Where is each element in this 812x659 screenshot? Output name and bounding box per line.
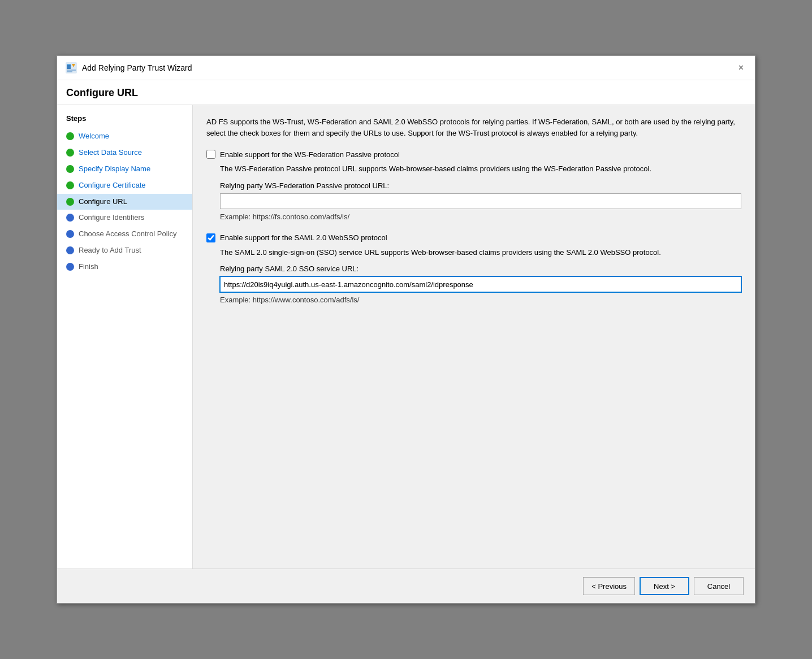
svg-rect-2 bbox=[67, 64, 71, 65]
ws-federation-field-label: Relying party WS-Federation Passive prot… bbox=[220, 181, 741, 190]
saml-section: Enable support for the SAML 2.0 WebSSO p… bbox=[206, 233, 741, 305]
sidebar-item-finish[interactable]: Finish bbox=[57, 259, 192, 275]
sidebar-label-choose-access-control: Choose Access Control Policy bbox=[79, 229, 176, 239]
page-title: Configure URL bbox=[57, 80, 755, 105]
step-dot-finish bbox=[66, 263, 74, 271]
sidebar-label-specify-display-name: Specify Display Name bbox=[79, 164, 150, 174]
sidebar-label-ready-to-add-trust: Ready to Add Trust bbox=[79, 246, 141, 255]
sidebar-title: Steps bbox=[57, 114, 192, 128]
main-content: Steps Welcome Select Data Source Specify… bbox=[57, 105, 755, 569]
ws-federation-checkbox-label[interactable]: Enable support for the WS-Federation Pas… bbox=[220, 150, 400, 159]
ws-federation-example: Example: https://fs.contoso.com/adfs/ls/ bbox=[220, 213, 741, 221]
svg-rect-5 bbox=[67, 71, 72, 72]
saml-example: Example: https://www.contoso.com/adfs/ls… bbox=[220, 296, 741, 304]
saml-field-label: Relying party SAML 2.0 SSO service URL: bbox=[220, 265, 741, 273]
footer: < Previous Next > Cancel bbox=[57, 569, 755, 603]
title-bar: Add Relying Party Trust Wizard × bbox=[57, 56, 755, 80]
title-bar-left: Add Relying Party Trust Wizard bbox=[65, 62, 192, 74]
sidebar-label-select-data-source: Select Data Source bbox=[79, 148, 142, 158]
window-title: Add Relying Party Trust Wizard bbox=[82, 63, 192, 72]
sidebar-item-configure-certificate[interactable]: Configure Certificate bbox=[57, 177, 192, 194]
sidebar-label-configure-identifiers: Configure Identifiers bbox=[79, 213, 144, 223]
sidebar-item-ready-to-add-trust[interactable]: Ready to Add Trust bbox=[57, 242, 192, 259]
ws-federation-checkbox-row: Enable support for the WS-Federation Pas… bbox=[206, 150, 741, 159]
sidebar-label-finish: Finish bbox=[79, 262, 98, 272]
sidebar-item-welcome[interactable]: Welcome bbox=[57, 128, 192, 145]
wizard-window: Add Relying Party Trust Wizard × Configu… bbox=[57, 55, 755, 604]
content-area: AD FS supports the WS-Trust, WS-Federati… bbox=[193, 105, 755, 569]
saml-checkbox[interactable] bbox=[206, 233, 215, 242]
next-button[interactable]: Next > bbox=[640, 577, 689, 595]
saml-checkbox-label[interactable]: Enable support for the SAML 2.0 WebSSO p… bbox=[220, 233, 387, 242]
sidebar-label-welcome: Welcome bbox=[79, 132, 109, 141]
sidebar-label-configure-certificate: Configure Certificate bbox=[79, 181, 146, 190]
sidebar-item-choose-access-control[interactable]: Choose Access Control Policy bbox=[57, 226, 192, 242]
step-dot-ready-to-add-trust bbox=[66, 246, 74, 254]
ws-federation-sub-description: The WS-Federation Passive protocol URL s… bbox=[220, 163, 741, 175]
step-dot-choose-access-control bbox=[66, 230, 74, 238]
saml-checkbox-row: Enable support for the SAML 2.0 WebSSO p… bbox=[206, 233, 741, 242]
sidebar-item-configure-url[interactable]: Configure URL bbox=[57, 194, 192, 210]
close-button[interactable]: × bbox=[735, 62, 747, 74]
step-dot-select-data-source bbox=[66, 149, 74, 157]
sidebar: Steps Welcome Select Data Source Specify… bbox=[57, 105, 193, 569]
main-description: AD FS supports the WS-Trust, WS-Federati… bbox=[206, 116, 741, 138]
sidebar-item-specify-display-name[interactable]: Specify Display Name bbox=[57, 161, 192, 177]
ws-federation-checkbox[interactable] bbox=[206, 150, 215, 159]
wizard-icon bbox=[65, 62, 77, 74]
saml-url-input[interactable] bbox=[220, 276, 741, 292]
step-dot-configure-certificate bbox=[66, 181, 74, 189]
step-dot-configure-url bbox=[66, 198, 74, 206]
step-dot-welcome bbox=[66, 132, 74, 140]
step-dot-configure-identifiers bbox=[66, 214, 74, 222]
svg-rect-4 bbox=[67, 70, 76, 71]
sidebar-label-configure-url: Configure URL bbox=[79, 197, 127, 207]
sidebar-item-configure-identifiers[interactable]: Configure Identifiers bbox=[57, 210, 192, 226]
ws-federation-section: Enable support for the WS-Federation Pas… bbox=[206, 150, 741, 221]
saml-sub-description: The SAML 2.0 single-sign-on (SSO) servic… bbox=[220, 247, 741, 258]
cancel-button[interactable]: Cancel bbox=[694, 577, 744, 595]
previous-button[interactable]: < Previous bbox=[583, 577, 635, 595]
ws-federation-url-input[interactable] bbox=[220, 193, 741, 209]
sidebar-item-select-data-source[interactable]: Select Data Source bbox=[57, 145, 192, 161]
step-dot-specify-display-name bbox=[66, 165, 74, 173]
